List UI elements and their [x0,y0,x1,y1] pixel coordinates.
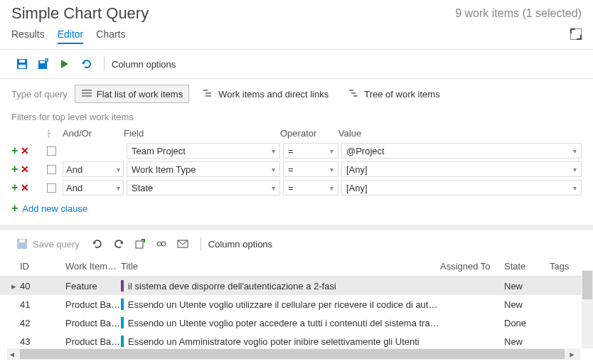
svg-point-18 [161,242,166,246]
value-select[interactable]: [Any]▾ [341,161,582,177]
column-options-link[interactable]: Column options [112,59,176,70]
filter-row: +✕ And▾ State▾ =▾ [Any]▾ [11,178,582,197]
result-row[interactable]: 42Product Ba…Essendo un Utente voglio po… [0,314,593,332]
filter-row: +✕ And▾ Work Item Type▾ =▾ [Any]▾ [11,160,582,178]
field-select[interactable]: Team Project▾ [127,143,280,159]
svg-point-17 [157,242,161,246]
redo-button[interactable] [108,235,129,252]
result-row[interactable]: 41Product Ba…Essendo un Utente voglio ut… [0,295,593,314]
save-button[interactable] [11,55,33,73]
remove-row-button[interactable]: ✕ [21,146,29,156]
operator-select[interactable]: =▾ [283,180,338,196]
query-type-links[interactable]: Work items and direct links [196,85,335,103]
new-item-button[interactable] [129,235,151,252]
svg-rect-12 [351,92,356,94]
plus-icon: + [11,203,18,214]
cell-type: Product Ba… [65,318,121,328]
svg-rect-15 [19,240,25,242]
header-operator: Operator [280,128,338,139]
add-row-button[interactable]: + [11,182,18,193]
svg-rect-13 [353,95,358,97]
email-button[interactable] [172,235,193,252]
chevron-down-icon: ▾ [573,184,577,192]
link-icon [156,238,167,250]
undo-icon [80,58,92,70]
play-icon [59,58,70,70]
cell-id: 42 [20,318,65,328]
value-select[interactable]: [Any]▾ [341,180,582,196]
svg-rect-9 [205,92,211,94]
disk-arrow-icon [38,58,49,70]
group-checkbox[interactable] [47,183,56,193]
cell-title: Essendo un Utente voglio utilizzare il c… [121,299,440,310]
link-button[interactable] [151,235,172,252]
refresh-button[interactable] [87,235,108,252]
cell-type: Product Ba… [65,299,121,310]
tree-icon [348,88,360,100]
cell-id: 43 [20,336,65,347]
andor-select[interactable]: And▾ [63,180,124,196]
horizontal-scrollbar[interactable]: ◄ ► [7,348,580,360]
col-header-title[interactable]: Title [121,261,440,272]
query-type-tree[interactable]: Tree of work items [342,85,446,103]
remove-row-button[interactable]: ✕ [21,183,29,193]
scroll-left-icon[interactable]: ◄ [7,350,17,358]
cell-title: Essendo un Amministratore voglio poter i… [121,336,440,347]
col-header-tags[interactable]: Tags [550,261,582,272]
cell-type: Feature [65,281,121,291]
group-checkbox[interactable] [47,165,56,174]
value-select[interactable]: @Project▾ [341,143,582,159]
svg-rect-1 [19,60,25,63]
results-column-options[interactable]: Column options [208,239,272,250]
type-color-bar [121,336,124,347]
fullscreen-button[interactable] [570,28,582,40]
save-as-button[interactable] [33,55,54,73]
chevron-down-icon: ▾ [330,184,333,192]
result-row[interactable]: ▸40Featureil sistema deve disporre dell'… [0,277,593,295]
cell-type: Product Ba… [65,336,121,347]
col-header-id[interactable]: ID [20,261,65,272]
vertical-scrollbar[interactable] [582,270,593,348]
scroll-right-icon[interactable]: ► [567,350,577,358]
field-select[interactable]: State▾ [127,180,280,196]
query-type-label: Type of query [11,89,68,100]
col-header-assigned[interactable]: Assigned To [440,261,504,272]
cell-state: New [504,299,550,310]
filters-label: Filters for top level work items [0,109,593,125]
mail-icon [177,238,188,250]
svg-rect-6 [82,92,92,94]
chevron-down-icon: ▾ [573,166,577,173]
cell-title: il sistema deve disporre dell'autenticaz… [121,280,440,291]
add-row-button[interactable]: + [11,164,18,175]
col-header-state[interactable]: State [504,261,550,272]
svg-rect-5 [82,90,92,91]
svg-rect-2 [18,65,26,68]
add-row-button[interactable]: + [11,145,18,156]
tab-editor[interactable]: Editor [58,28,84,44]
operator-select[interactable]: =▾ [283,143,338,159]
save-results-button[interactable] [11,235,33,252]
links-icon [203,88,214,100]
run-button[interactable] [54,55,75,73]
remove-row-button[interactable]: ✕ [21,164,29,174]
undo-button[interactable] [75,55,97,73]
chevron-down-icon: ▾ [330,147,333,155]
group-checkbox[interactable] [47,146,56,156]
filter-row: +✕ Team Project▾ =▾ @Project▾ [11,141,582,160]
andor-select[interactable]: And▾ [63,161,124,177]
type-color-bar [121,299,124,310]
save-query-link[interactable]: Save query [33,239,80,250]
type-color-bar [121,280,124,291]
tab-results[interactable]: Results [11,28,45,44]
disk-icon [16,58,28,70]
operator-select[interactable]: =▾ [283,161,338,177]
query-type-flat[interactable]: Flat list of work items [75,85,189,103]
svg-rect-16 [136,241,143,248]
svg-rect-10 [205,95,211,97]
col-header-type[interactable]: Work Item… [65,261,121,272]
add-clause-link[interactable]: + Add new clause [0,197,593,220]
chevron-down-icon: ▾ [272,166,275,173]
tab-charts[interactable]: Charts [96,28,125,44]
refresh-icon [92,238,103,250]
field-select[interactable]: Work Item Type▾ [127,161,280,177]
